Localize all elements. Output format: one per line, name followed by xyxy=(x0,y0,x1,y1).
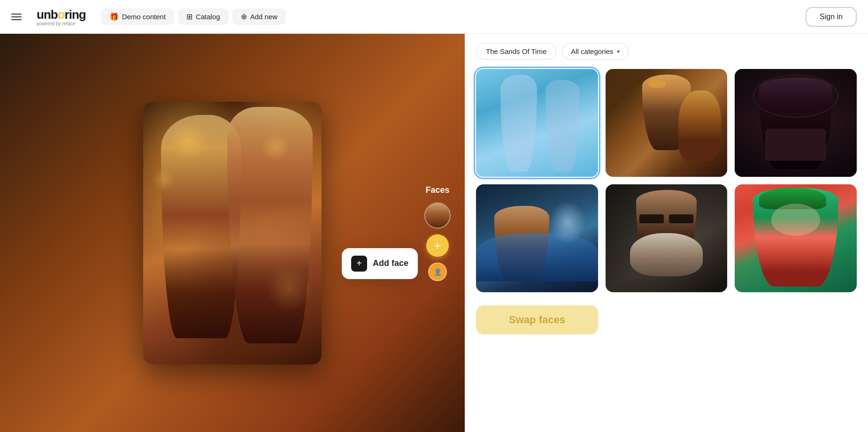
main-content: Faces + 👤 + Add face The Sands Of Time A… xyxy=(0,34,868,432)
header-right: Sign in xyxy=(806,7,857,27)
add-face-popup-icon: + xyxy=(356,258,362,269)
add-face-popup-button[interactable]: + xyxy=(351,256,367,272)
demo-content-button[interactable]: 🎁 Demo content xyxy=(101,8,174,25)
grid-item-3[interactable] xyxy=(735,69,857,177)
add-face-plus-button[interactable]: + xyxy=(426,234,449,257)
right-panel: The Sands Of Time All categories ▾ xyxy=(465,34,868,432)
main-image-container xyxy=(143,102,322,364)
second-face-icon: 👤 xyxy=(434,268,442,275)
logo: unboring powered by reface xyxy=(37,8,86,26)
menu-icon[interactable] xyxy=(11,14,22,20)
chevron-down-icon: ▾ xyxy=(617,48,620,55)
faces-label: Faces xyxy=(425,185,449,195)
image-grid xyxy=(476,69,857,292)
filter-row: The Sands Of Time All categories ▾ xyxy=(476,43,857,60)
add-new-button[interactable]: ⊕ Add new xyxy=(232,8,286,25)
add-icon: ⊕ xyxy=(241,12,247,21)
main-nav: 🎁 Demo content ⊞ Catalog ⊕ Add new xyxy=(101,8,286,25)
faces-panel: Faces + 👤 xyxy=(424,185,451,281)
grid-overlay-1 xyxy=(476,69,598,177)
header-left: unboring powered by reface 🎁 Demo conten… xyxy=(11,8,286,26)
add-face-popup: + Add face xyxy=(342,248,418,279)
category-select-label: All categories xyxy=(571,47,613,55)
face-avatar-image xyxy=(425,203,450,227)
category-select[interactable]: All categories ▾ xyxy=(562,43,629,60)
bokeh-3 xyxy=(152,167,176,191)
grid-item-2[interactable] xyxy=(606,69,728,177)
grid-image-1 xyxy=(476,69,598,177)
catalog-button[interactable]: ⊞ Catalog xyxy=(178,8,229,25)
add-face-popup-label: Add face xyxy=(373,258,408,268)
bokeh-4 xyxy=(266,265,313,312)
catalog-icon: ⊞ xyxy=(186,12,192,21)
main-image xyxy=(143,102,322,364)
grid-item-6[interactable] xyxy=(735,184,857,292)
second-face-placeholder[interactable]: 👤 xyxy=(428,262,447,281)
left-panel: Faces + 👤 + Add face xyxy=(0,34,465,432)
logo-subtitle: powered by reface xyxy=(37,21,86,26)
bokeh-1 xyxy=(170,122,207,160)
demo-icon: 🎁 xyxy=(109,12,119,21)
grid-item-1[interactable] xyxy=(476,69,598,177)
swap-faces-button[interactable]: Swap faces xyxy=(476,305,598,334)
sign-in-button[interactable]: Sign in xyxy=(806,7,857,27)
face-avatar[interactable] xyxy=(424,202,451,228)
catalog-label: Catalog xyxy=(196,13,220,21)
grid-image-6 xyxy=(735,184,857,292)
grid-image-5 xyxy=(606,184,728,292)
grid-item-4[interactable] xyxy=(476,184,598,292)
grid-item-5[interactable] xyxy=(606,184,728,292)
grid-image-4 xyxy=(476,184,598,292)
logo-text: unboring xyxy=(37,8,86,22)
app-header: unboring powered by reface 🎁 Demo conten… xyxy=(0,0,868,34)
demo-content-label: Demo content xyxy=(122,13,166,21)
grid-image-2 xyxy=(606,69,728,177)
grid-image-3 xyxy=(735,69,857,177)
swap-button-container: Swap faces xyxy=(476,302,857,334)
bokeh-2 xyxy=(261,133,290,161)
add-new-label: Add new xyxy=(250,13,277,21)
filter-tag-sands-of-time[interactable]: The Sands Of Time xyxy=(476,43,556,60)
